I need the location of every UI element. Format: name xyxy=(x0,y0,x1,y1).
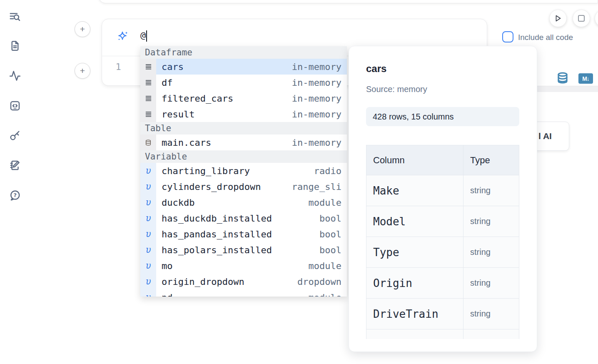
stop-icon xyxy=(578,15,585,22)
item-name: has_duckdb_installed xyxy=(162,213,272,224)
list-search-icon[interactable] xyxy=(9,10,21,23)
table-icon xyxy=(140,135,156,150)
autocomplete-item-mo[interactable]: υmomodule xyxy=(140,258,347,274)
schema-column-type: string xyxy=(463,299,519,329)
notebook-edit-icon[interactable] xyxy=(9,159,21,172)
autocomplete-group-header: Dataframe xyxy=(140,46,347,59)
item-type: in-memory xyxy=(292,137,341,148)
add-cell-above-button[interactable]: + xyxy=(75,21,90,37)
key-icon[interactable] xyxy=(9,129,21,142)
item-name: pd xyxy=(162,292,173,297)
text-cursor xyxy=(146,30,147,42)
autocomplete-item-duckdb[interactable]: υduckdbmodule xyxy=(140,194,347,210)
item-type: bool xyxy=(319,229,341,239)
preview-shape-badge: 428 rows, 15 columns xyxy=(366,107,519,126)
item-name: main.cars xyxy=(162,137,211,148)
autocomplete-item-df[interactable]: dfin-memory xyxy=(140,75,347,90)
item-name: mo xyxy=(162,261,173,271)
schema-column-type: string xyxy=(463,268,519,299)
add-cell-below-button[interactable]: + xyxy=(75,63,90,79)
item-name: origin_dropdown xyxy=(162,277,244,287)
autocomplete-group-header: Table xyxy=(140,122,347,135)
item-type: in-memory xyxy=(292,93,341,104)
schema-column-type: string xyxy=(463,237,519,268)
item-type: in-memory xyxy=(292,62,341,72)
autocomplete-item-main.cars[interactable]: main.carsin-memory xyxy=(140,135,347,150)
item-type: radio xyxy=(314,166,341,176)
svg-text:?: ? xyxy=(13,192,17,198)
item-type: in-memory xyxy=(292,109,341,120)
preview-title: cars xyxy=(366,63,386,75)
schema-header-column: Column xyxy=(366,145,463,175)
variable-icon: υ xyxy=(140,179,156,194)
autocomplete-item-has_polars_installed[interactable]: υhas_polars_installedbool xyxy=(140,242,347,258)
activity-icon[interactable] xyxy=(9,70,21,82)
item-name: cars xyxy=(162,62,184,72)
dataframe-icon xyxy=(140,106,156,122)
include-all-code-checkbox[interactable] xyxy=(502,31,513,42)
play-icon xyxy=(554,14,562,22)
dataframe-icon xyxy=(140,90,156,106)
autocomplete-item-has_duckdb_installed[interactable]: υhas_duckdb_installedbool xyxy=(140,210,347,226)
variable-icon: υ xyxy=(140,274,156,289)
variable-icon: υ xyxy=(140,163,156,179)
schema-row: Makestring xyxy=(366,175,519,206)
autocomplete-item-cylinders_dropdown[interactable]: υcylinders_dropdownrange_sli xyxy=(140,179,347,194)
markdown-icon[interactable]: M↓ xyxy=(578,73,593,84)
schema-column-name: Origin xyxy=(366,268,463,299)
autocomplete-group-header: Variable xyxy=(140,150,347,163)
dataframe-preview-panel: cars Source: memory 428 rows, 15 columns… xyxy=(349,46,537,352)
autocomplete-item-pd[interactable]: υpdmodule xyxy=(140,289,347,297)
schema-column-name: DriveTrain xyxy=(366,299,463,329)
run-cell-button[interactable] xyxy=(549,10,567,27)
item-type: in-memory xyxy=(292,77,341,88)
item-type: module xyxy=(309,197,341,208)
item-type: bool xyxy=(319,213,341,224)
line-number: 1 xyxy=(111,62,125,72)
schema-row: DriveTrainstring xyxy=(366,299,519,329)
code-block-icon[interactable] xyxy=(9,100,21,112)
autocomplete-item-charting_library[interactable]: υcharting_libraryradio xyxy=(140,163,347,179)
item-name: has_polars_installed xyxy=(162,245,272,255)
schema-column-name xyxy=(366,329,463,339)
left-sidebar: ? xyxy=(0,0,30,364)
database-icon[interactable] xyxy=(556,72,569,84)
autocomplete-item-has_pandas_installed[interactable]: υhas_pandas_installedbool xyxy=(140,226,347,242)
preview-source: Source: memory xyxy=(366,85,427,94)
autocomplete-item-origin_dropdown[interactable]: υorigin_dropdowndropdown xyxy=(140,274,347,289)
schema-column-name: Make xyxy=(366,175,463,206)
schema-column-name: Type xyxy=(366,237,463,268)
document-icon[interactable] xyxy=(9,40,21,52)
schema-table: Column Type MakestringModelstringTypestr… xyxy=(366,145,519,339)
item-name: has_pandas_installed xyxy=(162,229,272,239)
ai-prompt-input[interactable]: @ xyxy=(140,30,147,42)
item-type: module xyxy=(309,261,341,271)
help-icon[interactable]: ? xyxy=(9,189,21,202)
schema-column-type xyxy=(463,329,519,339)
schema-row: Modelstring xyxy=(366,206,519,237)
item-type: dropdown xyxy=(297,277,341,287)
item-name: duckdb xyxy=(162,197,194,208)
variable-icon: υ xyxy=(140,289,156,297)
cell-action-button-partial[interactable] xyxy=(595,10,598,27)
schema-column-name: Model xyxy=(366,206,463,237)
variable-icon: υ xyxy=(140,242,156,258)
schema-row xyxy=(366,329,519,339)
ai-action-label: l AI xyxy=(538,122,552,150)
schema-column-type: string xyxy=(463,175,519,206)
stop-button[interactable] xyxy=(573,10,590,27)
schema-table-wrapper: Column Type MakestringModelstringTypestr… xyxy=(366,145,519,339)
ai-sparkle-icon xyxy=(116,30,129,42)
item-type: module xyxy=(309,292,341,297)
schema-row: Typestring xyxy=(366,237,519,268)
autocomplete-item-result[interactable]: resultin-memory xyxy=(140,106,347,122)
variable-icon: υ xyxy=(140,226,156,242)
schema-table-body: MakestringModelstringTypestringOriginstr… xyxy=(366,175,519,339)
autocomplete-item-filtered_cars[interactable]: filtered_carsin-memory xyxy=(140,90,347,106)
ai-prompt-text: @ xyxy=(140,30,146,40)
variable-icon: υ xyxy=(140,210,156,226)
item-type: range_sli xyxy=(292,182,341,192)
autocomplete-item-cars[interactable]: carsin-memory xyxy=(140,59,347,75)
include-all-code-label: Include all code xyxy=(518,33,573,42)
item-name: df xyxy=(162,77,173,88)
